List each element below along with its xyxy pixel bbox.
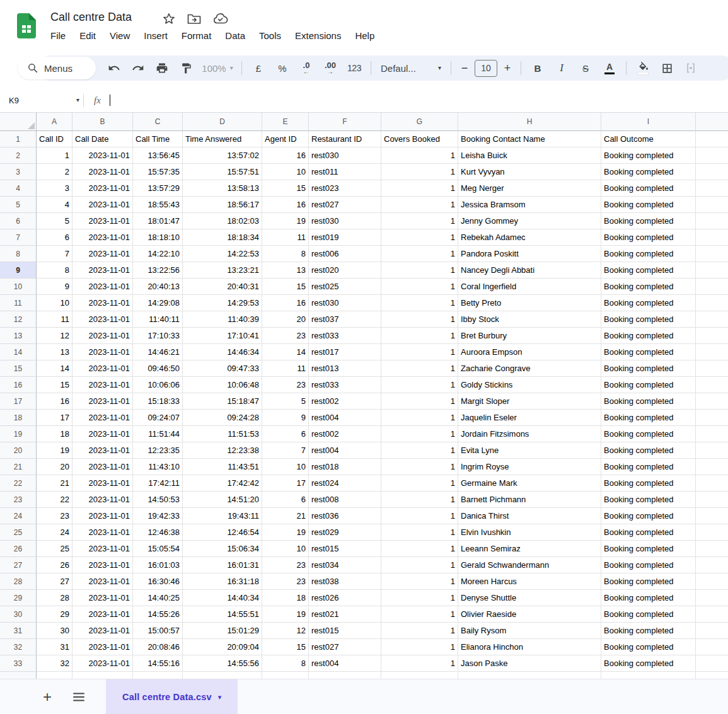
cell-G21[interactable]: 1 — [381, 459, 458, 475]
menu-data[interactable]: Data — [218, 28, 252, 43]
cell-J19[interactable] — [696, 426, 728, 442]
cell-D14[interactable]: 14:46:34 — [183, 344, 262, 360]
cell-J1[interactable] — [696, 131, 728, 147]
cell-I22[interactable]: Booking completed — [601, 475, 696, 492]
cell-I20[interactable]: Booking completed — [601, 442, 696, 459]
cell-G26[interactable]: 1 — [381, 541, 458, 557]
cell-D5[interactable]: 18:56:17 — [183, 197, 262, 213]
cell-B11[interactable]: 2023-11-01 — [72, 295, 133, 311]
cell-C30[interactable]: 14:55:26 — [133, 606, 183, 623]
cell-E27[interactable]: 23 — [262, 557, 309, 573]
increase-font-size-button[interactable]: + — [499, 55, 516, 81]
cell-F3[interactable]: rest011 — [309, 164, 381, 180]
cell-G19[interactable]: 1 — [381, 426, 458, 442]
cell-E1[interactable]: Agent ID — [262, 131, 309, 147]
cell-I8[interactable]: Booking completed — [601, 246, 696, 262]
cell-J16[interactable] — [696, 377, 728, 393]
cell-D30[interactable]: 14:55:51 — [183, 606, 262, 623]
cell-H31[interactable]: Baily Rysom — [458, 623, 601, 639]
cell-D19[interactable]: 11:51:53 — [183, 426, 262, 442]
cell-D31[interactable]: 15:01:29 — [183, 623, 262, 639]
row-header-18[interactable]: 18 — [0, 410, 37, 426]
cell-F1[interactable]: Restaurant ID — [309, 131, 381, 147]
cell-B13[interactable]: 2023-11-01 — [72, 328, 133, 344]
decrease-decimal-button[interactable]: .0← — [294, 55, 318, 81]
cell-I7[interactable]: Booking completed — [601, 229, 696, 246]
row-header-30[interactable]: 30 — [0, 606, 37, 623]
cell-C10[interactable]: 20:40:13 — [133, 279, 183, 295]
cell-J26[interactable] — [696, 541, 728, 557]
cell-I12[interactable]: Booking completed — [601, 311, 696, 328]
cell-A6[interactable]: 5 — [37, 213, 72, 229]
cell-A4[interactable]: 3 — [37, 180, 72, 197]
cell-D20[interactable]: 12:23:38 — [183, 442, 262, 459]
row-header-4[interactable]: 4 — [0, 180, 37, 197]
cell-H18[interactable]: Jaquelin Eseler — [458, 410, 601, 426]
menus-search-button[interactable]: Menus — [18, 57, 96, 79]
cell-A8[interactable]: 7 — [37, 246, 72, 262]
cell-I23[interactable]: Booking completed — [601, 492, 696, 508]
menu-view[interactable]: View — [103, 28, 137, 43]
cell-I24[interactable]: Booking completed — [601, 508, 696, 524]
cell-B29[interactable]: 2023-11-01 — [72, 590, 133, 606]
cell-D33[interactable]: 14:55:56 — [183, 655, 262, 672]
cell-H10[interactable]: Coral Ingerfield — [458, 279, 601, 295]
cell-E9[interactable]: 13 — [262, 262, 309, 279]
cell-B30[interactable]: 2023-11-01 — [72, 606, 133, 623]
cell-H32[interactable]: Elianora Hinchon — [458, 639, 601, 655]
cell-E7[interactable]: 11 — [262, 229, 309, 246]
row-header-19[interactable]: 19 — [0, 426, 37, 442]
cell-J25[interactable] — [696, 524, 728, 541]
cell-G2[interactable]: 1 — [381, 147, 458, 164]
cell-C1[interactable]: Call Time — [133, 131, 183, 147]
cell-C20[interactable]: 12:23:35 — [133, 442, 183, 459]
cell-J13[interactable] — [696, 328, 728, 344]
cell-E11[interactable]: 16 — [262, 295, 309, 311]
cell-B18[interactable]: 2023-11-01 — [72, 410, 133, 426]
cell-F25[interactable]: rest029 — [309, 524, 381, 541]
cell-E30[interactable]: 19 — [262, 606, 309, 623]
column-header-F[interactable]: F — [309, 113, 381, 131]
font-selector[interactable]: Defaul...▾ — [376, 55, 446, 81]
cell-B10[interactable]: 2023-11-01 — [72, 279, 133, 295]
row-header-5[interactable]: 5 — [0, 197, 37, 213]
cell-E8[interactable]: 8 — [262, 246, 309, 262]
row-header-15[interactable]: 15 — [0, 360, 37, 377]
cell-G15[interactable]: 1 — [381, 360, 458, 377]
strikethrough-button[interactable]: S — [574, 55, 598, 81]
cell-H25[interactable]: Elvin Ivushkin — [458, 524, 601, 541]
cell-G12[interactable]: 1 — [381, 311, 458, 328]
cell-I1[interactable]: Call Outcome — [601, 131, 696, 147]
cell-H33[interactable]: Jason Paske — [458, 655, 601, 672]
cell-B14[interactable]: 2023-11-01 — [72, 344, 133, 360]
cell-C15[interactable]: 09:46:50 — [133, 360, 183, 377]
cell-D7[interactable]: 18:18:34 — [183, 229, 262, 246]
cell-F4[interactable]: rest023 — [309, 180, 381, 197]
cell-A9[interactable]: 8 — [37, 262, 72, 279]
cell-A22[interactable]: 21 — [37, 475, 72, 492]
text-color-button[interactable]: A — [598, 55, 621, 81]
cell-H16[interactable]: Goldy Stickins — [458, 377, 601, 393]
cell-H11[interactable]: Betty Preto — [458, 295, 601, 311]
cell-A31[interactable]: 30 — [37, 623, 72, 639]
cell-H13[interactable]: Bret Burbury — [458, 328, 601, 344]
cell-J15[interactable] — [696, 360, 728, 377]
column-header-J[interactable] — [696, 113, 728, 131]
google-sheets-logo[interactable] — [17, 13, 36, 41]
formula-input[interactable] — [110, 88, 728, 112]
cell-J9[interactable] — [696, 262, 728, 279]
cell-A10[interactable]: 9 — [37, 279, 72, 295]
cell-H15[interactable]: Zacharie Congrave — [458, 360, 601, 377]
cell-H26[interactable]: Leeann Semiraz — [458, 541, 601, 557]
cell-H6[interactable]: Jenny Gommey — [458, 213, 601, 229]
cell-A11[interactable]: 10 — [37, 295, 72, 311]
cell-I30[interactable]: Booking completed — [601, 606, 696, 623]
cell-E5[interactable]: 16 — [262, 197, 309, 213]
cell-A20[interactable]: 19 — [37, 442, 72, 459]
cell-C24[interactable]: 19:42:33 — [133, 508, 183, 524]
cell-J30[interactable] — [696, 606, 728, 623]
cell-E14[interactable]: 14 — [262, 344, 309, 360]
cell-E26[interactable]: 10 — [262, 541, 309, 557]
cell-D1[interactable]: Time Answered — [183, 131, 262, 147]
cell-H29[interactable]: Denyse Shuttle — [458, 590, 601, 606]
